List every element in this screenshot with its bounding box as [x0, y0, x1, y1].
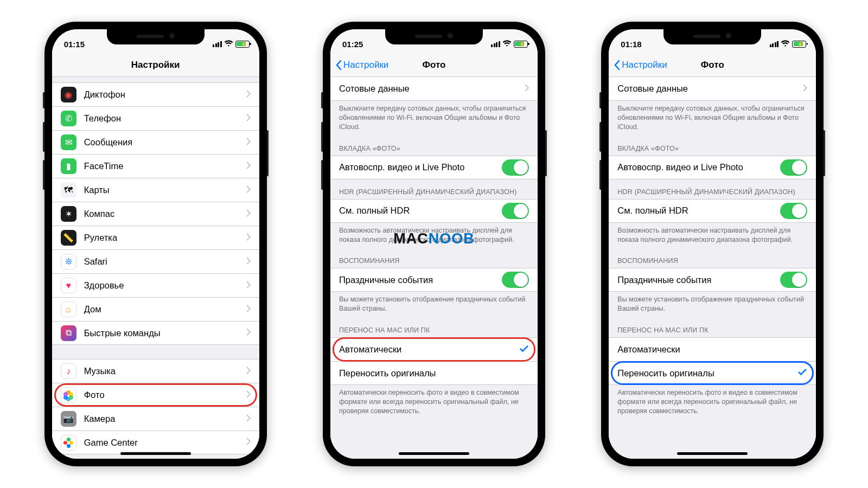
wifi-icon [224, 40, 233, 49]
toggle-holidays[interactable] [502, 272, 529, 288]
cell-cellular-data[interactable]: Сотовые данные [609, 77, 816, 101]
safari-icon: ❊ [61, 254, 76, 269]
photos-settings[interactable]: Сотовые данные Выключите передачу сотовы… [330, 77, 538, 459]
settings-row-dictation[interactable]: ◉ Диктофон [52, 82, 259, 106]
footer-transfer: Автоматически переносить фото и видео в … [609, 385, 816, 420]
nav-bar: Настройки Фото [330, 53, 538, 77]
music-icon: ♪ [61, 363, 76, 379]
chevron-right-icon [246, 367, 251, 376]
nav-title: Фото [701, 60, 724, 70]
cell-transfer-auto[interactable]: Автоматически [330, 337, 538, 361]
cell-holidays[interactable]: Праздничные события [609, 268, 816, 292]
back-label: Настройки [343, 60, 388, 70]
chevron-right-icon [246, 390, 251, 400]
home-icon: ⌂ [61, 301, 76, 317]
notch [663, 29, 761, 44]
wifi-icon [781, 40, 790, 49]
gamecenter-icon [61, 435, 76, 451]
chevron-right-icon [246, 90, 251, 100]
nav-bar: Настройки Фото [609, 53, 816, 77]
cellular-signal-icon [213, 41, 222, 47]
settings-row-compass[interactable]: ✶ Компас [52, 202, 259, 226]
chevron-right-icon [246, 438, 251, 447]
cell-cellular-data[interactable]: Сотовые данные [330, 77, 538, 101]
footer-cellular: Выключите передачу сотовых данных, чтобы… [330, 101, 538, 136]
nav-bar: Настройки [52, 53, 259, 77]
settings-row-photos[interactable]: Фото [52, 383, 259, 407]
chevron-right-icon [246, 233, 251, 243]
chevron-right-icon [246, 305, 251, 314]
footer-hdr: Возможность автоматически настраивать ди… [609, 223, 816, 249]
cell-transfer-originals[interactable]: Переносить оригиналы [330, 361, 538, 385]
settings-row-gamecenter[interactable]: Game Center [52, 431, 259, 454]
chevron-right-icon [246, 414, 251, 424]
photos-settings[interactable]: Сотовые данные Выключите передачу сотовы… [609, 77, 816, 459]
status-time: 01:18 [621, 40, 641, 49]
battery-icon: ⚡ [792, 41, 806, 48]
header-phototab: ВКЛАДКА «ФОТО» [330, 136, 538, 156]
home-indicator[interactable] [120, 452, 191, 455]
settings-row-home[interactable]: ⌂ Дом [52, 297, 259, 321]
back-label: Настройки [622, 60, 667, 70]
chevron-right-icon [246, 162, 251, 171]
settings-row-measure[interactable]: 📏 Рулетка [52, 226, 259, 249]
toggle-autoplay[interactable] [780, 159, 807, 176]
home-indicator[interactable] [399, 452, 469, 455]
back-button[interactable]: Настройки [335, 60, 388, 70]
header-hdr: HDR (РАСШИРЕННЫЙ ДИНАМИЧЕСКИЙ ДИАПАЗОН) [609, 179, 816, 199]
settings-row-messages[interactable]: ✉ Сообщения [52, 130, 259, 154]
phone-icon: ✆ [61, 111, 76, 126]
settings-row-safari[interactable]: ❊ Safari [52, 249, 259, 273]
nav-title: Фото [423, 60, 446, 70]
footer-transfer: Автоматически переносить фото и видео в … [330, 385, 538, 420]
health-icon: ♥ [61, 278, 76, 293]
battery-icon: ⚡ [235, 41, 250, 48]
maps-icon: 🗺 [61, 182, 76, 198]
cell-transfer-originals[interactable]: Переносить оригиналы [609, 361, 816, 385]
notch [107, 29, 205, 44]
header-memories: ВОСПОМИНАНИЯ [330, 248, 538, 268]
settings-row-camera[interactable]: 📷 Камера [52, 407, 259, 431]
cell-autoplay[interactable]: Автовоспр. видео и Live Photo [609, 156, 816, 179]
footer-holidays: Вы можете установить отображение праздни… [609, 292, 816, 318]
cell-autoplay[interactable]: Автовоспр. видео и Live Photo [330, 156, 538, 179]
cell-transfer-auto[interactable]: Автоматически [609, 337, 816, 361]
toggle-hdr[interactable] [502, 203, 529, 219]
shortcuts-icon: ⧉ [61, 325, 76, 341]
back-button[interactable]: Настройки [613, 60, 667, 70]
footer-holidays: Вы можете установить отображение праздни… [330, 292, 538, 318]
cellular-signal-icon [770, 41, 779, 47]
footer-cellular: Выключите передачу сотовых данных, чтобы… [609, 101, 816, 136]
header-transfer: ПЕРЕНОС НА MAC ИЛИ ПК [609, 318, 816, 337]
settings-row-music[interactable]: ♪ Музыка [52, 359, 259, 383]
camera-icon: 📷 [61, 411, 76, 427]
header-memories: ВОСПОМИНАНИЯ [609, 248, 816, 268]
settings-row-maps[interactable]: 🗺 Карты [52, 178, 259, 202]
facetime-icon: ▮ [61, 158, 76, 174]
toggle-autoplay[interactable] [502, 159, 529, 176]
chevron-right-icon [246, 209, 251, 219]
settings-row-health[interactable]: ♥ Здоровье [52, 273, 259, 297]
toggle-holidays[interactable] [780, 272, 807, 288]
home-indicator[interactable] [677, 452, 748, 455]
chevron-right-icon [246, 281, 251, 291]
header-hdr: HDR (РАСШИРЕННЫЙ ДИНАМИЧЕСКИЙ ДИАПАЗОН) [330, 179, 538, 199]
phone-3: 01:18 ⚡ Настройки Фото Сотовые данные Вы… [601, 22, 824, 466]
wifi-icon [502, 40, 512, 49]
cellular-signal-icon [491, 41, 500, 47]
cell-holidays[interactable]: Праздничные события [330, 268, 538, 292]
settings-row-shortcuts[interactable]: ⧉ Быстрые команды [52, 321, 259, 345]
status-time: 01:25 [342, 40, 363, 49]
header-phototab: ВКЛАДКА «ФОТО» [609, 136, 816, 156]
compass-icon: ✶ [61, 206, 76, 222]
settings-row-facetime[interactable]: ▮ FaceTime [52, 154, 259, 178]
chevron-right-icon [803, 84, 807, 94]
messages-icon: ✉ [61, 134, 76, 150]
cell-hdr[interactable]: См. полный HDR [609, 199, 816, 223]
chevron-right-icon [246, 185, 251, 195]
settings-list[interactable]: ◉ Диктофон ✆ Телефон ✉ Сообщения ▮ FaceT… [52, 77, 259, 459]
settings-row-phone[interactable]: ✆ Телефон [52, 106, 259, 130]
cell-hdr[interactable]: См. полный HDR [330, 199, 538, 223]
battery-icon: ⚡ [514, 41, 528, 48]
toggle-hdr[interactable] [780, 203, 807, 219]
